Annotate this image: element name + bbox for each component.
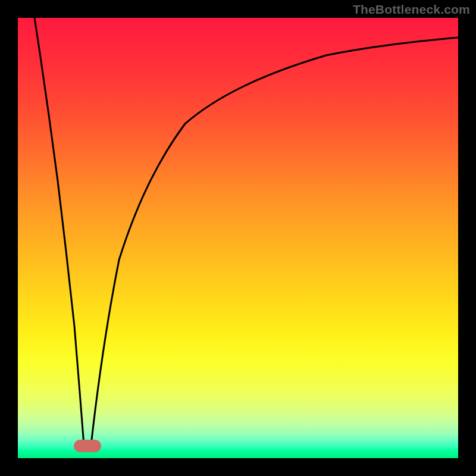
outer-frame: TheBottleneck.com (0, 0, 476, 476)
optimal-point-marker (74, 440, 101, 452)
plot-area (18, 18, 458, 458)
bottleneck-curve (18, 18, 458, 458)
curve-left-branch (35, 18, 84, 445)
watermark-text: TheBottleneck.com (353, 2, 470, 17)
curve-right-branch (91, 37, 458, 445)
